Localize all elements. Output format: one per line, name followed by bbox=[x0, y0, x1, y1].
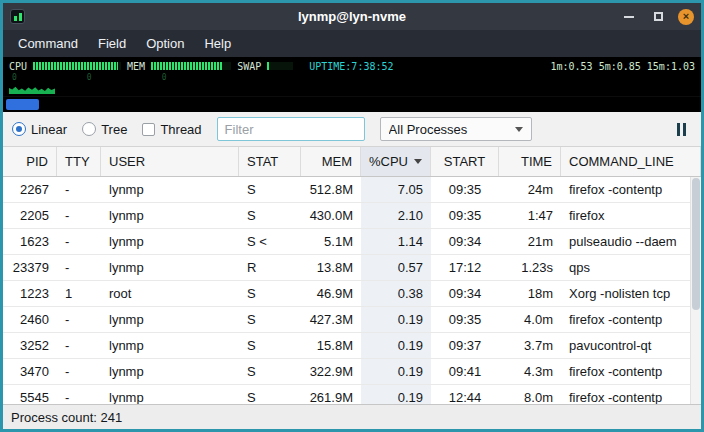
window-menu-icon[interactable] bbox=[10, 9, 25, 24]
table-cell: 5545 bbox=[3, 385, 57, 404]
table-cell: root bbox=[101, 281, 239, 306]
table-cell: S bbox=[239, 333, 301, 358]
pause-icon bbox=[677, 123, 680, 136]
thread-checkbox-group[interactable]: Thread bbox=[142, 122, 201, 137]
thread-checkbox-label[interactable]: Thread bbox=[160, 122, 201, 137]
table-cell: 3470 bbox=[3, 359, 57, 384]
table-cell: - bbox=[57, 333, 101, 358]
column-header-mem[interactable]: MEM bbox=[301, 147, 361, 176]
column-header-user[interactable]: USER bbox=[101, 147, 239, 176]
linear-radio[interactable] bbox=[12, 122, 26, 136]
column-header-label: USER bbox=[109, 154, 145, 169]
scrollbar-thumb[interactable] bbox=[692, 178, 700, 310]
table-cell: - bbox=[57, 229, 101, 254]
table-cell: Xorg -nolisten tcp bbox=[561, 281, 690, 306]
table-row[interactable]: 2205-lynmpS430.0M2.1009:351:47firefox bbox=[3, 203, 690, 229]
table-cell: - bbox=[57, 177, 101, 202]
table-cell: S bbox=[239, 385, 301, 404]
controls-bar: Linear Tree Thread All Processes bbox=[3, 112, 701, 147]
table-row[interactable]: 2460-lynmpS427.3M0.1909:354.0mfirefox -c… bbox=[3, 307, 690, 333]
menu-item-help[interactable]: Help bbox=[194, 32, 241, 55]
table-cell: S bbox=[239, 177, 301, 202]
table-cell: S bbox=[239, 307, 301, 332]
tree-radio-group[interactable]: Tree bbox=[82, 122, 127, 137]
column-header-tty[interactable]: TTY bbox=[57, 147, 101, 176]
table-cell: 09:34 bbox=[431, 281, 499, 306]
table-cell: - bbox=[57, 359, 101, 384]
pause-button[interactable] bbox=[671, 119, 692, 140]
table-cell: 0.19 bbox=[361, 333, 431, 358]
minimize-button[interactable] bbox=[620, 8, 638, 26]
table-cell: qps bbox=[561, 255, 690, 280]
menu-item-command[interactable]: Command bbox=[8, 32, 88, 55]
table-cell: 512.8M bbox=[301, 177, 361, 202]
column-header-stat[interactable]: STAT bbox=[239, 147, 301, 176]
column-header-label: TIME bbox=[521, 154, 552, 169]
process-table-body: 2267-lynmpS512.8M7.0509:3524mfirefox -co… bbox=[3, 177, 690, 404]
minimize-icon bbox=[624, 16, 634, 18]
column-header-time[interactable]: TIME bbox=[499, 147, 561, 176]
table-cell: R bbox=[239, 255, 301, 280]
column-header-start[interactable]: START bbox=[431, 147, 499, 176]
table-cell: 2205 bbox=[3, 203, 57, 228]
tree-radio-label[interactable]: Tree bbox=[101, 122, 127, 137]
table-cell: 0.19 bbox=[361, 385, 431, 404]
status-bar: Process count: 241 bbox=[3, 404, 701, 429]
table-cell: - bbox=[57, 203, 101, 228]
table-cell: 46.9M bbox=[301, 281, 361, 306]
table-cell: 322.9M bbox=[301, 359, 361, 384]
table-cell: 3.7m bbox=[499, 333, 561, 358]
filter-input[interactable] bbox=[217, 117, 365, 141]
column-header-pid[interactable]: PID bbox=[3, 147, 57, 176]
table-cell: 17:12 bbox=[431, 255, 499, 280]
column-header-command-line[interactable]: COMMAND_LINE bbox=[561, 147, 701, 176]
table-cell: 23379 bbox=[3, 255, 57, 280]
table-cell: 0.19 bbox=[361, 307, 431, 332]
table-row[interactable]: 2267-lynmpS512.8M7.0509:3524mfirefox -co… bbox=[3, 177, 690, 203]
table-row[interactable]: 23379-lynmpR13.8M0.5717:121.23sqps bbox=[3, 255, 690, 281]
swap-label: SWAP bbox=[237, 61, 261, 72]
thread-checkbox[interactable] bbox=[142, 123, 155, 136]
table-cell: 09:37 bbox=[431, 333, 499, 358]
linear-radio-label[interactable]: Linear bbox=[31, 122, 67, 137]
monitor-strip bbox=[3, 96, 701, 112]
table-cell: 09:34 bbox=[431, 229, 499, 254]
table-cell: S bbox=[239, 359, 301, 384]
column-header-label: PID bbox=[26, 154, 48, 169]
table-cell: lynmp bbox=[101, 385, 239, 404]
table-cell: 1623 bbox=[3, 229, 57, 254]
vertical-scrollbar[interactable] bbox=[690, 177, 701, 404]
table-row[interactable]: 3470-lynmpS322.9M0.1909:414.3mfirefox -c… bbox=[3, 359, 690, 385]
table-cell: S bbox=[239, 203, 301, 228]
table-row[interactable]: 12231rootS46.9M0.3809:3418mXorg -noliste… bbox=[3, 281, 690, 307]
menu-item-option[interactable]: Option bbox=[136, 32, 194, 55]
table-cell: 8.0m bbox=[499, 385, 561, 404]
process-filter-select[interactable]: All Processes bbox=[380, 117, 532, 141]
table-cell: S < bbox=[239, 229, 301, 254]
table-cell: 0.57 bbox=[361, 255, 431, 280]
mem-label: MEM bbox=[127, 61, 145, 72]
tree-radio[interactable] bbox=[82, 122, 96, 136]
table-row[interactable]: 1623-lynmpS <5.1M1.1409:3421mpulseaudio … bbox=[3, 229, 690, 255]
table-cell: 430.0M bbox=[301, 203, 361, 228]
process-count-text: Process count: 241 bbox=[11, 410, 122, 425]
table-cell: 2.10 bbox=[361, 203, 431, 228]
maximize-button[interactable] bbox=[649, 8, 667, 26]
table-cell: 0.19 bbox=[361, 359, 431, 384]
close-button[interactable]: × bbox=[678, 9, 694, 25]
process-filter-value: All Processes bbox=[389, 122, 509, 137]
table-cell: 21m bbox=[499, 229, 561, 254]
monitor-tick-labels: 0 0 0 bbox=[9, 73, 695, 82]
menu-item-field[interactable]: Field bbox=[88, 32, 136, 55]
table-cell: 24m bbox=[499, 177, 561, 202]
titlebar-buttons: × bbox=[620, 8, 694, 26]
monitor-page-indicator[interactable] bbox=[6, 99, 39, 110]
linear-radio-group[interactable]: Linear bbox=[12, 122, 67, 137]
column-header--cpu[interactable]: %CPU bbox=[361, 147, 431, 176]
table-cell: 0.38 bbox=[361, 281, 431, 306]
app-window: lynmp@lyn-nvme × Command Field Option He… bbox=[0, 0, 704, 432]
table-row[interactable]: 3252-lynmpS15.8M0.1909:373.7mpavucontrol… bbox=[3, 333, 690, 359]
table-cell: 09:35 bbox=[431, 203, 499, 228]
table-row[interactable]: 5545-lynmpS261.9M0.1912:448.0mfirefox -c… bbox=[3, 385, 690, 404]
table-cell: - bbox=[57, 307, 101, 332]
